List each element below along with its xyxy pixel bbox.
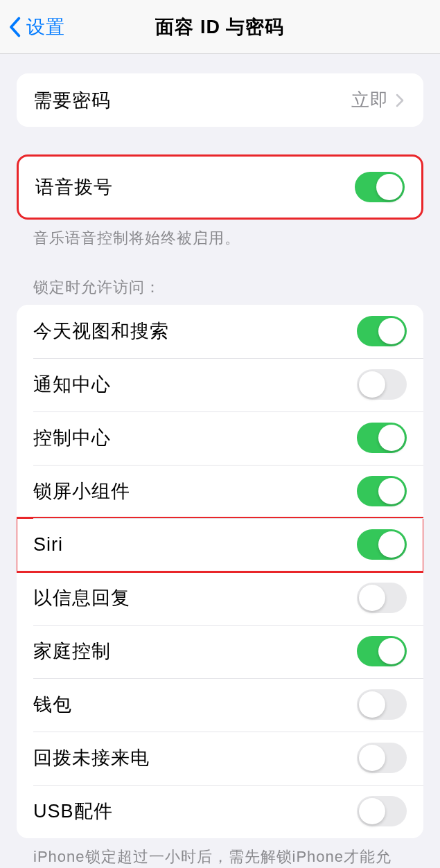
locked-access-toggle[interactable] xyxy=(357,529,407,560)
locked-access-label: 控制中心 xyxy=(33,425,357,450)
locked-access-row: 家庭控制 xyxy=(17,625,423,678)
locked-access-toggle[interactable] xyxy=(357,796,407,826)
page-title: 面容 ID 与密码 xyxy=(0,15,440,39)
voice-dial-row: 语音拨号 xyxy=(19,157,421,218)
locked-access-label: 通知中心 xyxy=(33,372,357,397)
locked-access-label: Siri xyxy=(33,534,357,556)
locked-access-toggle[interactable] xyxy=(357,316,407,346)
voice-dial-toggle[interactable] xyxy=(355,172,405,202)
voice-dial-footer: 音乐语音控制将始终被启用。 xyxy=(17,220,423,249)
locked-access-label: 今天视图和搜索 xyxy=(33,319,357,344)
require-passcode-label: 需要密码 xyxy=(33,88,351,113)
locked-access-footer: iPhone锁定超过一小时后，需先解锁iPhone才能允许USB配件连接。 xyxy=(17,838,423,868)
locked-access-row: Siri xyxy=(17,518,423,572)
locked-access-row: 今天视图和搜索 xyxy=(17,305,423,358)
locked-access-toggle[interactable] xyxy=(357,583,407,613)
locked-access-label: 以信息回复 xyxy=(33,585,357,610)
navbar: 设置 面容 ID 与密码 xyxy=(0,0,440,54)
locked-access-label: 钱包 xyxy=(33,692,357,717)
locked-access-toggle[interactable] xyxy=(357,636,407,666)
voice-dial-label: 语音拨号 xyxy=(35,175,355,200)
require-passcode-value: 立即 xyxy=(351,88,389,112)
locked-access-row: 锁屏小组件 xyxy=(17,465,423,518)
chevron-right-icon xyxy=(396,92,407,109)
locked-access-toggle[interactable] xyxy=(357,423,407,453)
locked-access-row: 回拨未接来电 xyxy=(17,732,423,785)
locked-access-label: USB配件 xyxy=(33,799,357,824)
locked-access-toggle[interactable] xyxy=(357,369,407,400)
locked-access-toggle[interactable] xyxy=(357,476,407,506)
locked-access-row: USB配件 xyxy=(17,785,423,838)
locked-access-group: 今天视图和搜索通知中心控制中心锁屏小组件Siri以信息回复家庭控制钱包回拨未接来… xyxy=(17,305,423,838)
locked-access-row: 控制中心 xyxy=(17,411,423,465)
locked-access-row: 通知中心 xyxy=(17,358,423,411)
locked-access-label: 回拨未接来电 xyxy=(33,745,357,770)
locked-access-label: 家庭控制 xyxy=(33,639,357,664)
require-passcode-row[interactable]: 需要密码 立即 xyxy=(17,73,423,127)
locked-access-label: 锁屏小组件 xyxy=(33,479,357,504)
locked-access-toggle[interactable] xyxy=(357,689,407,720)
voice-dial-group: 语音拨号 xyxy=(17,154,423,220)
locked-access-row: 钱包 xyxy=(17,678,423,732)
locked-access-header: 锁定时允许访问： xyxy=(17,249,423,305)
require-passcode-group: 需要密码 立即 xyxy=(17,73,423,127)
locked-access-toggle[interactable] xyxy=(357,743,407,773)
locked-access-row: 以信息回复 xyxy=(17,572,423,625)
